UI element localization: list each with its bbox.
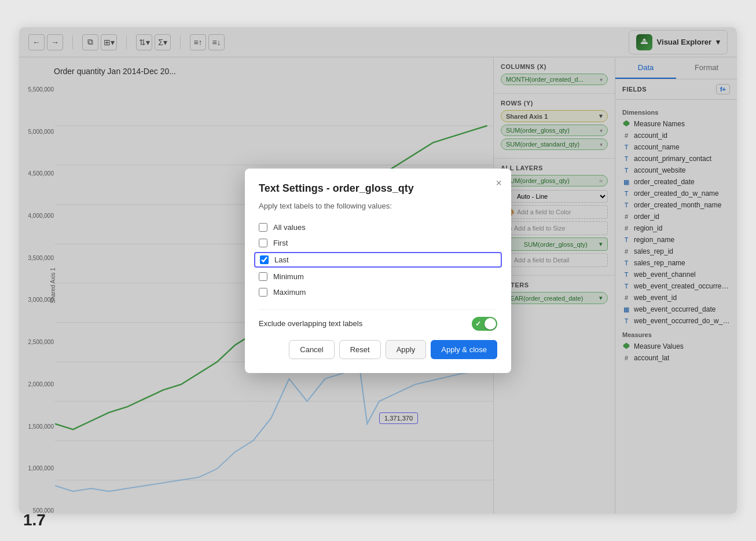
last-label: Last	[274, 255, 289, 264]
all-values-checkbox[interactable]	[259, 223, 267, 232]
exclude-toggle[interactable]: ✓	[472, 317, 497, 331]
first-label: First	[273, 239, 288, 247]
apply-close-button[interactable]: Apply & close	[431, 340, 497, 359]
modal-close-button[interactable]: ×	[496, 178, 502, 188]
outer-wrapper: ← → ⧉ ⊞▾ ⇅▾ Σ▾ ≡↑ ≡↓	[0, 0, 756, 541]
minimum-row: Minimum	[259, 269, 497, 284]
cancel-button[interactable]: Cancel	[289, 340, 334, 359]
text-settings-modal: Text Settings - order_gloss_qty × Apply …	[245, 169, 511, 373]
first-checkbox[interactable]	[259, 239, 267, 247]
main-container: ← → ⧉ ⊞▾ ⇅▾ Σ▾ ≡↑ ≡↓	[19, 27, 737, 514]
first-row: First	[259, 235, 497, 251]
reset-button[interactable]: Reset	[339, 340, 381, 359]
all-values-row: All values	[259, 220, 497, 235]
all-values-label: All values	[273, 223, 306, 232]
modal-actions: Cancel Reset Apply Apply & close	[259, 340, 497, 359]
last-row: Last	[254, 252, 502, 268]
maximum-label: Maximum	[273, 288, 306, 297]
last-checkbox[interactable]	[260, 255, 269, 264]
exclude-label: Exclude overlapping text labels	[259, 319, 362, 328]
apply-button[interactable]: Apply	[386, 340, 427, 359]
toggle-check-icon: ✓	[475, 320, 481, 328]
maximum-checkbox[interactable]	[259, 288, 267, 297]
modal-overlay: Text Settings - order_gloss_qty × Apply …	[19, 27, 737, 514]
modal-subtitle: Apply text labels to the following value…	[259, 202, 497, 210]
minimum-checkbox[interactable]	[259, 272, 267, 281]
minimum-label: Minimum	[273, 272, 304, 281]
modal-title: Text Settings - order_gloss_qty	[259, 182, 497, 195]
maximum-row: Maximum	[259, 284, 497, 300]
exclude-row: Exclude overlapping text labels ✓	[259, 309, 497, 331]
